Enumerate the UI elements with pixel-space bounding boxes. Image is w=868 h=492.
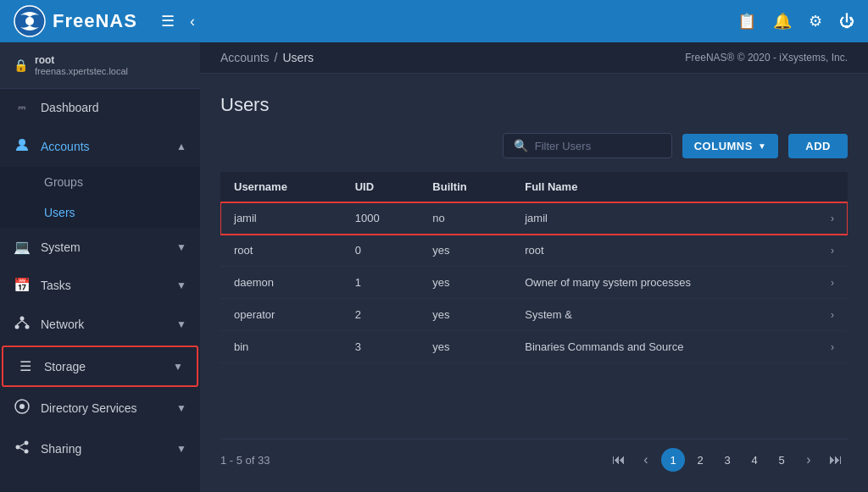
user-info: root freenas.xpertstec.local <box>35 54 128 76</box>
columns-dropdown-arrow: ▼ <box>758 141 766 151</box>
users-label: Users <box>44 206 75 219</box>
search-box: 🔍 <box>503 133 672 158</box>
storage-label: Storage <box>44 360 163 373</box>
dashboard-icon: ⎓ <box>14 100 31 115</box>
cell-username: root <box>220 235 342 267</box>
row-expand-arrow[interactable]: › <box>802 299 848 331</box>
table-row[interactable]: daemon 1 yes Owner of many system proces… <box>220 267 848 299</box>
system-arrow: ▼ <box>176 241 186 253</box>
table-row[interactable]: jamil 1000 no jamil › <box>220 202 848 235</box>
directory-services-label: Directory Services <box>41 401 166 415</box>
pagination-last[interactable]: ⏭ <box>824 448 848 472</box>
columns-button[interactable]: COLUMNS ▼ <box>682 134 779 158</box>
main-layout: 🔒 root freenas.xpertstec.local ⎓ Dashboa… <box>0 42 868 492</box>
svg-point-11 <box>16 445 20 450</box>
sidebar: 🔒 root freenas.xpertstec.local ⎓ Dashboa… <box>0 42 200 492</box>
pagination-first[interactable]: ⏮ <box>607 448 631 472</box>
network-arrow: ▼ <box>176 318 186 330</box>
users-table-container: Username UID Builtin Full Name jamil 100… <box>220 172 848 435</box>
copyright-text: FreeNAS® © 2020 - iXsystems, Inc. <box>685 52 848 64</box>
lock-icon: 🔒 <box>14 58 28 72</box>
pagination-next[interactable]: › <box>797 448 821 472</box>
gear-icon[interactable]: ⚙ <box>809 12 822 30</box>
search-icon: 🔍 <box>514 139 528 152</box>
sidebar-item-system[interactable]: 💻 System ▼ <box>0 228 200 266</box>
cell-fullname: Owner of many system processes <box>511 267 802 299</box>
breadcrumb-separator: / <box>275 51 278 64</box>
directory-icon <box>14 399 31 417</box>
logo: FreeNAS <box>14 5 137 37</box>
table-row[interactable]: operator 2 yes System & › <box>220 299 848 331</box>
svg-point-10 <box>25 441 29 445</box>
breadcrumb: Accounts / Users <box>220 51 314 64</box>
row-expand-arrow[interactable]: › <box>802 235 848 267</box>
sidebar-item-directory-services[interactable]: Directory Services ▼ <box>0 388 200 428</box>
pagination-page-2[interactable]: 2 <box>688 448 712 472</box>
svg-point-2 <box>19 139 25 146</box>
sidebar-item-network[interactable]: Network ▼ <box>0 304 200 345</box>
cell-fullname: jamil <box>511 202 802 235</box>
menu-icon[interactable]: ☰ <box>161 12 175 30</box>
table-row[interactable]: root 0 yes root › <box>220 235 848 267</box>
username-label: root <box>35 54 128 66</box>
pagination-controls: ⏮ ‹ 1 2 3 4 5 › ⏭ <box>607 448 848 472</box>
svg-line-13 <box>20 444 25 446</box>
cell-builtin: yes <box>419 331 511 363</box>
cell-builtin: yes <box>419 267 511 299</box>
bell-icon[interactable]: 🔔 <box>773 12 792 30</box>
pagination-page-1[interactable]: 1 <box>661 448 685 472</box>
cell-username: jamil <box>220 202 342 235</box>
sharing-icon <box>14 439 31 458</box>
col-fullname: Full Name <box>511 172 802 202</box>
cell-fullname: System & <box>511 299 802 331</box>
pagination: 1 - 5 of 33 ⏮ ‹ 1 2 3 4 5 › ⏭ <box>220 439 848 472</box>
sidebar-item-storage[interactable]: ☰ Storage ▼ <box>2 346 198 387</box>
accounts-label: Accounts <box>41 140 166 153</box>
sidebar-item-groups[interactable]: Groups <box>0 167 200 197</box>
cell-username: bin <box>220 331 342 363</box>
back-icon[interactable]: ‹ <box>190 13 195 30</box>
groups-label: Groups <box>44 175 83 189</box>
sidebar-item-tasks[interactable]: 📅 Tasks ▼ <box>0 266 200 304</box>
breadcrumb-bar: Accounts / Users FreeNAS® © 2020 - iXsys… <box>200 42 868 74</box>
add-button[interactable]: ADD <box>788 134 848 158</box>
app-name: FreeNAS <box>53 10 137 32</box>
tasks-arrow: ▼ <box>176 279 186 291</box>
svg-point-9 <box>19 404 25 409</box>
pagination-page-5[interactable]: 5 <box>770 448 793 472</box>
columns-label: COLUMNS <box>694 140 753 152</box>
svg-line-14 <box>20 448 25 451</box>
network-icon <box>14 315 31 334</box>
breadcrumb-current: Users <box>282 51 314 64</box>
search-input[interactable] <box>535 140 654 152</box>
sidebar-item-accounts[interactable]: Accounts ▲ <box>0 126 200 167</box>
cell-username: operator <box>220 299 342 331</box>
pagination-prev[interactable]: ‹ <box>634 448 658 472</box>
sidebar-item-dashboard[interactable]: ⎓ Dashboard <box>0 89 200 126</box>
breadcrumb-parent[interactable]: Accounts <box>220 51 270 64</box>
cell-builtin: yes <box>419 299 511 331</box>
directory-arrow: ▼ <box>176 402 186 414</box>
power-icon[interactable]: ⏻ <box>839 13 854 30</box>
hostname-label: freenas.xpertstec.local <box>35 66 128 76</box>
sidebar-item-sharing[interactable]: Sharing ▼ <box>0 428 200 469</box>
cell-uid: 0 <box>342 235 420 267</box>
page-content: Users 🔍 COLUMNS ▼ ADD Username <box>200 74 868 492</box>
pagination-page-3[interactable]: 3 <box>715 448 739 472</box>
row-expand-arrow[interactable]: › <box>802 331 848 363</box>
cell-builtin: yes <box>419 235 511 267</box>
row-expand-arrow[interactable]: › <box>802 202 848 235</box>
svg-point-12 <box>25 450 29 454</box>
svg-line-6 <box>17 321 22 325</box>
col-builtin: Builtin <box>419 172 511 202</box>
table-row[interactable]: bin 3 yes Binaries Commands and Source › <box>220 331 848 363</box>
svg-point-5 <box>25 325 30 329</box>
pagination-page-4[interactable]: 4 <box>743 448 766 472</box>
cell-uid: 1 <box>342 267 420 299</box>
table-header-row: Username UID Builtin Full Name <box>220 172 848 202</box>
row-expand-arrow[interactable]: › <box>802 267 848 299</box>
pagination-info: 1 - 5 of 33 <box>220 454 270 467</box>
sidebar-user: 🔒 root freenas.xpertstec.local <box>0 42 200 89</box>
clipboard-icon[interactable]: 📋 <box>737 12 756 30</box>
sidebar-item-users[interactable]: Users <box>0 197 200 228</box>
